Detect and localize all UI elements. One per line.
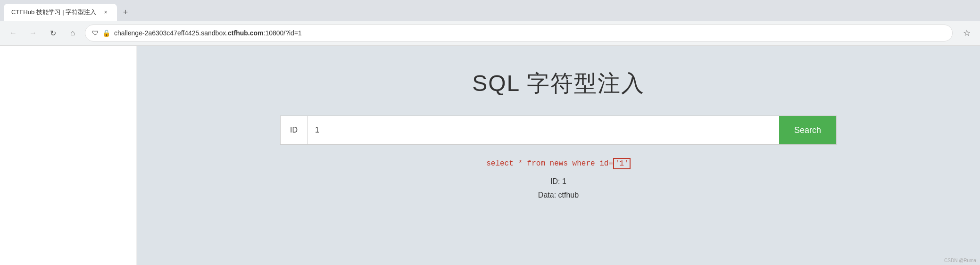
forward-button[interactable]: → [25, 25, 41, 41]
id-input[interactable] [307, 116, 779, 144]
id-label: ID [281, 116, 307, 144]
sql-query-display: select * from news where id='1' [486, 158, 631, 169]
lock-icon: 🔒 [102, 29, 110, 37]
sql-before-highlight: select * from news where id= [486, 159, 613, 168]
result-data-line: Data: ctfhub [486, 189, 631, 202]
content-area: SQL 字符型注入 ID Search select * from news w… [0, 46, 980, 265]
address-bar: ← → ↻ ⌂ 🛡 🔒 challenge-2a6303c47eff4425.s… [0, 21, 980, 45]
url-display: challenge-2a6303c47eff4425.sandbox.ctfhu… [114, 29, 302, 37]
refresh-button[interactable]: ↻ [45, 25, 60, 41]
active-tab[interactable]: CTFHub 技能学习 | 字符型注入 × [4, 4, 117, 21]
main-page: SQL 字符型注入 ID Search select * from news w… [137, 46, 980, 265]
url-prefix: challenge-2a6303c47eff4425.sandbox. [114, 29, 228, 37]
sql-result: select * from news where id='1' ID: 1 Da… [486, 158, 631, 202]
search-form: ID Search [280, 116, 837, 145]
back-button[interactable]: ← [6, 25, 21, 41]
address-bar-input[interactable]: 🛡 🔒 challenge-2a6303c47eff4425.sandbox.c… [85, 25, 953, 41]
sql-highlight: '1' [613, 158, 631, 169]
tab-title: CTFHub 技能学习 | 字符型注入 [11, 8, 98, 17]
result-id-line: ID: 1 [486, 175, 631, 189]
tab-bar: CTFHub 技能学习 | 字符型注入 × + [0, 0, 980, 21]
tab-close-button[interactable]: × [102, 8, 109, 16]
home-button[interactable]: ⌂ [65, 25, 80, 41]
page-title: SQL 字符型注入 [472, 68, 645, 99]
url-domain: ctfhub.com [228, 29, 263, 37]
shield-icon: 🛡 [92, 29, 99, 37]
sidebar [0, 46, 137, 265]
watermark: CSDN @Ruma [944, 258, 976, 263]
search-button[interactable]: Search [779, 116, 836, 144]
bookmark-button[interactable]: ☆ [959, 25, 974, 41]
new-tab-button[interactable]: + [119, 6, 132, 19]
browser-chrome: CTFHub 技能学习 | 字符型注入 × + ← → ↻ ⌂ 🛡 🔒 chal… [0, 0, 980, 46]
url-suffix: :10800/?id=1 [264, 29, 302, 37]
